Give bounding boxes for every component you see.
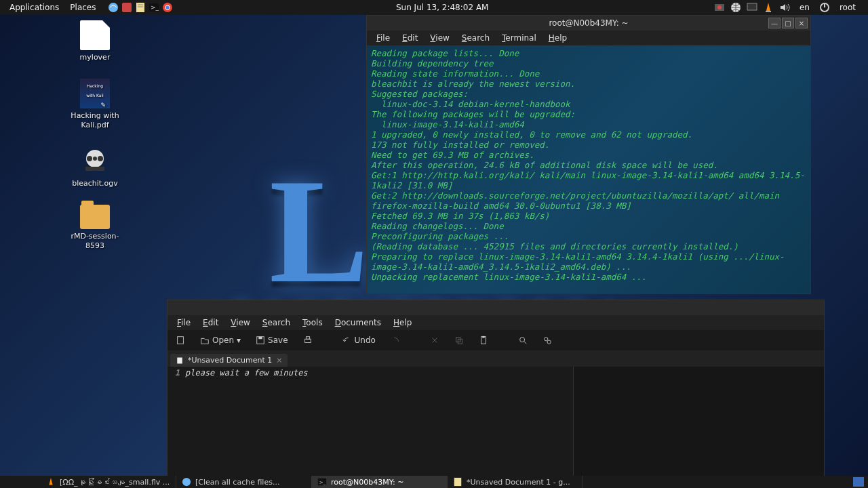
svg-rect-21 <box>85 167 104 171</box>
terminal-menubar: File Edit View Search Terminal Help <box>367 30 810 45</box>
svg-point-19 <box>87 156 92 161</box>
terminal-menu-search[interactable]: Search <box>456 33 495 43</box>
undo-button[interactable]: Undo <box>338 333 380 348</box>
terminal-window: root@N00b43MY: ~ — □ × File Edit View Se… <box>366 15 811 294</box>
svg-point-31 <box>520 338 525 342</box>
gedit-menu-view[interactable]: View <box>225 318 255 327</box>
desktop-icon-rmd-session[interactable]: rMD-session-8593 <box>64 205 125 251</box>
terminal-launcher-icon[interactable]: >_ <box>149 2 159 13</box>
task-entry-gedit[interactable]: *Unsaved Document 1 - g... <box>448 476 583 488</box>
task-entry-browser[interactable]: [Clean all cache files... <box>176 476 312 488</box>
svg-rect-1 <box>122 3 132 12</box>
screen-icon[interactable] <box>747 2 757 13</box>
svg-point-20 <box>98 156 103 161</box>
desktop-icon-hacking-with-kali[interactable]: Hacking with Kali✎ Hacking with Kali.pdf <box>64 79 125 130</box>
gedit-text[interactable]: please wait a few minutes <box>182 367 573 476</box>
new-file-button[interactable] <box>172 333 189 348</box>
svg-point-34 <box>547 340 551 344</box>
gedit-sidepanel <box>573 367 824 476</box>
terminal-menu-view[interactable]: View <box>425 33 454 43</box>
terminal-menu-help[interactable]: Help <box>543 33 572 43</box>
gedit-gutter: 1 <box>167 367 182 476</box>
pdf-icon: Hacking with Kali✎ <box>80 79 110 108</box>
volume-icon[interactable] <box>779 2 790 13</box>
iceweasel-icon[interactable] <box>108 2 119 13</box>
svg-rect-40 <box>853 477 864 487</box>
svg-rect-22 <box>178 337 184 344</box>
terminal-title: root@N00b43MY: ~ <box>549 18 628 28</box>
document-icon <box>176 357 184 365</box>
gedit-menu-documents[interactable]: Documents <box>330 318 387 327</box>
vlc-icon <box>46 477 56 487</box>
tab-close-icon[interactable]: × <box>276 356 282 365</box>
terminal-menu-terminal[interactable]: Terminal <box>496 33 542 43</box>
terminal-menu-file[interactable]: File <box>371 33 395 43</box>
find-button[interactable] <box>514 333 532 348</box>
svg-rect-13 <box>747 3 757 10</box>
network-icon[interactable] <box>730 2 741 13</box>
open-button[interactable]: Open ▾ <box>196 333 245 348</box>
minimize-button[interactable]: — <box>768 18 781 28</box>
terminal-icon: >_ <box>317 477 327 487</box>
terminal-menu-edit[interactable]: Edit <box>397 33 423 43</box>
vlc-tray-icon[interactable] <box>763 2 774 13</box>
gedit-tabs: *Unsaved Document 1 × <box>167 350 824 367</box>
svg-rect-39 <box>454 478 462 486</box>
svg-point-11 <box>717 5 722 9</box>
close-button[interactable]: × <box>795 18 808 28</box>
redo-button[interactable] <box>387 333 404 348</box>
gedit-editor[interactable]: 1 please wait a few minutes <box>167 367 824 476</box>
record-icon[interactable] <box>714 2 725 13</box>
places-menu[interactable]: Places <box>64 3 101 12</box>
gedit-window: File Edit View Search Tools Documents He… <box>167 300 825 477</box>
svg-point-36 <box>182 478 191 486</box>
browser-icon <box>182 477 191 487</box>
gedit-icon <box>453 477 462 487</box>
svg-point-18 <box>93 157 97 161</box>
svg-rect-24 <box>258 337 262 340</box>
svg-text:>_: >_ <box>151 4 159 11</box>
power-icon[interactable] <box>819 2 830 13</box>
print-button[interactable] <box>299 333 317 348</box>
gedit-menu-tools[interactable]: Tools <box>297 318 328 327</box>
chrome-icon[interactable] <box>162 2 173 13</box>
gedit-menu-edit[interactable]: Edit <box>197 318 224 327</box>
paste-button[interactable] <box>475 333 492 348</box>
top-panel: Applications Places >_ Sun Jul 13, 2:48:… <box>0 0 868 15</box>
gedit-menubar: File Edit View Search Tools Documents He… <box>167 315 824 330</box>
gedit-tab[interactable]: *Unsaved Document 1 × <box>170 354 288 367</box>
terminal-output[interactable]: Reading package lists... Done Building d… <box>367 45 810 293</box>
svg-rect-35 <box>177 357 182 363</box>
desktop-icon-bleachit-ogv[interactable]: bleachit.ogv <box>64 146 125 188</box>
gedit-menu-file[interactable]: File <box>172 318 196 327</box>
copy-button[interactable] <box>450 333 468 348</box>
gedit-menu-search[interactable]: Search <box>257 318 296 327</box>
folder-icon <box>80 205 110 229</box>
svg-text:>_: >_ <box>319 480 326 485</box>
save-button[interactable]: Save <box>252 333 292 348</box>
clock[interactable]: Sun Jul 13, 2:48:02 AM <box>389 3 495 12</box>
gedit-menu-help[interactable]: Help <box>388 318 417 327</box>
applications-menu[interactable]: Applications <box>4 3 64 12</box>
file-icon <box>80 20 110 50</box>
find-replace-button[interactable] <box>538 333 556 348</box>
desktop-icons: mylover Hacking with Kali✎ Hacking with … <box>64 20 125 251</box>
maximize-button[interactable]: □ <box>782 18 794 28</box>
task-entry-vlc[interactable]: [ΩΩ_ခုစ်ခြင်းသမျ_small.flv ... <box>41 476 176 488</box>
user-menu[interactable]: root <box>835 3 860 12</box>
text-editor-icon[interactable] <box>135 2 146 13</box>
svg-rect-30 <box>482 336 485 338</box>
gedit-titlebar[interactable] <box>167 300 824 315</box>
gedit-toolbar: Open ▾ Save Undo <box>167 330 824 350</box>
cut-button[interactable] <box>426 333 443 348</box>
terminal-titlebar[interactable]: root@N00b43MY: ~ — □ × <box>367 16 810 30</box>
show-desktop-icon[interactable] <box>853 477 864 487</box>
svg-rect-26 <box>306 337 309 340</box>
svg-rect-25 <box>304 339 311 342</box>
svg-rect-14 <box>766 11 771 12</box>
app-launcher-icon[interactable] <box>121 2 132 13</box>
desktop-icon-mylover[interactable]: mylover <box>64 20 125 62</box>
task-entry-terminal[interactable]: >_ root@N00b43MY: ~ <box>312 476 448 488</box>
svg-line-32 <box>524 342 527 344</box>
keyboard-layout[interactable]: en <box>795 3 814 12</box>
